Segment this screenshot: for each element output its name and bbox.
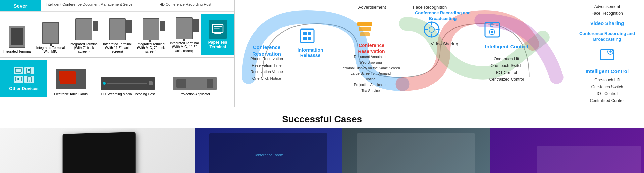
intelligent-control-sub-items: One-touch Lift One-touch Switch IOT Cont… (476, 56, 537, 83)
right-top-labels: Advertisement Face Recognition (574, 3, 641, 17)
device-integrated-terminal-mic-11back: Integrated Terminal (With MIC, 11.6" bac… (168, 14, 201, 55)
server-label: Sever (0, 0, 41, 11)
other-devices-box: Other Devices (0, 60, 47, 97)
cases-images-row: Conference Room (0, 128, 644, 173)
top-section: Sever Intelligent Conference Document Ma… (0, 0, 644, 107)
svg-rect-13 (301, 29, 314, 43)
svg-rect-4 (15, 68, 21, 72)
svg-rect-33 (600, 50, 614, 60)
case-image-3 (342, 128, 490, 173)
case-image-4 (490, 128, 644, 173)
device-electronic-table-cards: ■ Electronic Table Cards (47, 60, 94, 97)
svg-point-22 (429, 27, 434, 32)
right-panel: Advertisement Face Recognition Video Sha… (570, 0, 644, 107)
svg-point-10 (17, 78, 19, 80)
conf-center-sub-items: Document Annotation Web Browsing Termina… (335, 54, 406, 94)
conf-recording-label: Conference Recording and Broadcasting (413, 10, 473, 22)
svg-rect-3 (214, 28, 220, 29)
middle-diagram-panel: Advertisement Face Recognition Conferenc… (235, 0, 570, 107)
conf-reservation-center-label: Conference Reservation (345, 42, 397, 54)
video-sharing-sub: Video Sharing (421, 41, 468, 46)
paperless-terminal: Paperless Terminal (201, 14, 234, 55)
svg-rect-8 (28, 70, 30, 71)
svg-rect-16 (303, 37, 307, 40)
video-sharing-label: Video Sharing (574, 20, 641, 26)
intelligent-control-icon (483, 20, 501, 40)
device-integrated-terminal: Integrated Terminal (0, 14, 34, 55)
info-release-icon (299, 27, 316, 46)
intelligent-control-right: Intelligent Control (574, 68, 641, 74)
svg-rect-19 (359, 27, 371, 31)
conf-reservation-left-label: Conference Reservation (241, 44, 292, 57)
conf-center-icon (356, 20, 374, 40)
face-recognition-label: Face Recognition (413, 5, 447, 10)
device-integrated-terminal-mic-7back: Integrated Terminal (With MIC, 7" back s… (134, 14, 168, 55)
device-integrated-terminal-7back: Integrated Terminal (With 7" back screen… (67, 14, 101, 55)
left-panel: Sever Intelligent Conference Document Ma… (0, 0, 235, 107)
svg-rect-14 (303, 32, 307, 35)
right-icon-area (574, 47, 641, 64)
right-sub-items: One-touch Lift One-touch Switch IOT Cont… (574, 77, 641, 104)
svg-rect-2 (214, 26, 222, 27)
svg-rect-15 (308, 32, 311, 35)
case-image-1 (0, 128, 195, 173)
devices-top-row: Integrated Terminal Integrated Terminal … (0, 12, 234, 58)
svg-rect-18 (357, 22, 372, 26)
conf-reservation-sub-items: Phone Reservation Reservation Time Reser… (240, 56, 293, 82)
header-item-2: HD Conference Recording Host (138, 2, 233, 10)
svg-rect-5 (17, 73, 20, 73)
svg-rect-17 (308, 37, 311, 40)
svg-point-12 (29, 80, 30, 81)
advertisement-label: Advertisement (358, 5, 386, 10)
info-release-label: Information Releasse (287, 47, 334, 58)
device-projection: Projection Applicator (161, 60, 228, 97)
devices-bottom-row: Other Devices ■ Electronic Table Cards (0, 58, 234, 100)
device-integrated-terminal-mic: Integrated Terminal (With MIC) (34, 14, 67, 55)
svg-rect-7 (28, 69, 30, 70)
diagram-area: Conference Reservation Phone Reservation… (235, 10, 570, 91)
svg-rect-32 (490, 24, 493, 26)
top-labels-row: Advertisement Face Recognition (235, 3, 570, 10)
svg-rect-1 (214, 33, 221, 34)
header-item-1: Intelligent Conference Document Manageme… (42, 2, 138, 10)
svg-rect-20 (360, 32, 370, 36)
device-hd-streaming: HD Streaming Media Encoding Host (94, 60, 161, 97)
conf-rec-broadcast-right: Conference Recording and Broadcasting (574, 31, 641, 42)
intelligent-control-label: Intelligent Control (476, 43, 537, 50)
case-image-2: Conference Room (195, 128, 342, 173)
svg-point-30 (491, 31, 493, 33)
successful-cases-section: Successful Cases Conference Room (0, 107, 644, 173)
device-integrated-terminal-11back: Integrated Terminal (With 11.6" back scr… (101, 14, 134, 55)
conf-recording-icon (423, 20, 441, 40)
successful-cases-title: Successful Cases (0, 111, 644, 128)
